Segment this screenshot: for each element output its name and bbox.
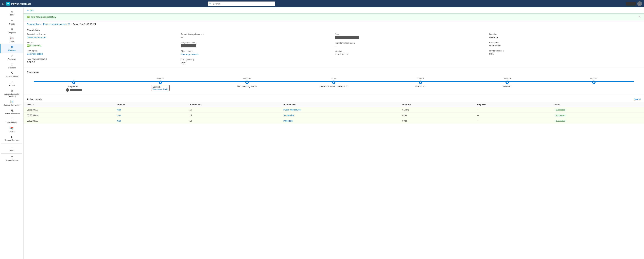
sidebar-item-desktop-flow-activity-label: Desktop flow activity [4,104,20,106]
timeline-label-finalize: Finalize ℹ [503,85,511,88]
flow-inputs-label: Flow inputs [27,50,178,52]
cell-action-name-1[interactable]: Set variable [280,113,399,118]
governance-control-link[interactable]: Governance control [27,36,178,39]
sidebar-item-create[interactable]: ＋ Create [0,17,24,26]
breadcrumb-flow-name[interactable]: Process vendor invoices [43,23,67,25]
timeline-time-execution: 00:00:05 [417,77,424,80]
sidebar-item-custom-connectors[interactable]: 🔌 Custom connectors [0,107,24,116]
sidebar-item-learn-label: Learn [10,40,14,43]
action-details-title: Action details [27,98,42,101]
ram-median-value: 68% [489,53,641,55]
sidebar-item-ai-hub-label: AI hub [9,84,15,86]
sidebar-item-templates-label: Templates [8,32,16,34]
cell-subflow-0[interactable]: main [114,107,186,113]
topbar-rect [626,2,636,5]
action-table-body: 05:55:39 AM main 16 Invoke web service 5… [24,107,644,124]
sidebar-item-desktop-flow-activity[interactable]: 📊 Desktop flow activity [0,99,24,107]
sidebar-item-templates[interactable]: ⊞ Templates [0,26,24,35]
table-row: 05:55:39 AM main 16 Invoke web service 5… [24,107,644,113]
sidebar-item-approvals-label: Approvals [8,58,16,60]
target-machine-label: Target machine ℹ [181,41,332,44]
sidebar-item-power-platform[interactable]: ⬡ Power Platform [0,154,24,163]
cell-action-name-2[interactable]: Parse text [280,118,399,124]
target-machine-group-label: Target machine group [335,42,487,44]
create-icon: ＋ [10,19,13,22]
start-value [335,36,359,39]
sidebar-item-catalog[interactable]: 📚 Catalog [0,125,24,134]
see-output-details-link[interactable]: See output details [181,53,332,56]
sidebar-item-solutions[interactable]: ⬡ Solutions [0,61,24,70]
sidebar-item-process-mining-label: Process mining [6,75,18,77]
sidebar-item-more[interactable]: ··· More [0,144,24,153]
duration-value: 00:00:29 [489,36,641,39]
timeline-dot-end [592,81,596,84]
sidebar-item-automation-center[interactable]: ⚙ Automation center (previe...) [0,88,24,99]
success-banner: ✅ Your flow ran successfully. ✕ [24,13,644,20]
sidebar-item-home-label: Home [10,14,14,16]
run-details-title: Run details [24,27,644,33]
version-label: Version [335,50,487,52]
edit-button[interactable]: ✏ Edit [27,9,34,11]
cell-action-index-0: 16 [186,107,280,113]
timeline-dot-finalize [506,81,509,84]
queued-box: Queued ℹ View queue details [151,85,170,91]
grid-icon[interactable]: ⊞ [2,2,4,5]
table-row: 05:55:39 AM main 15 Set variable 0 ms — … [24,113,644,118]
sidebar-item-more-label: More [10,149,14,151]
timeline-label-queued: Queued ℹ [153,86,168,88]
cell-log-level-1: — [474,113,551,118]
info-icon-3: ℹ [203,33,204,35]
sidebar-item-approvals[interactable]: ✓ Approvals [0,53,24,61]
see-all-link[interactable]: See all [634,98,641,101]
info-icon-2: ℹ [46,58,47,60]
col-action-index: Action index [186,102,280,107]
sidebar-item-process-mining[interactable]: ⛏ Process mining [0,70,24,79]
ram-bytes-median-label: RAM (Bytes median) ℹ [27,58,178,60]
sidebar-item-home[interactable]: ⌂ Home [0,9,24,17]
action-details-header: Action details See all [24,95,644,102]
timeline-node-finalize: 00:00:14 Finalize ℹ [464,77,550,88]
timeline-node-connection: 31 ms Connection to machine session ℹ [290,77,377,88]
more-icon: ··· [11,145,13,149]
cell-action-index-1: 15 [186,113,280,118]
col-action-name: Action name [280,102,399,107]
avatar[interactable]: U [637,1,642,6]
see-input-details-link[interactable]: See input details [27,53,178,55]
breadcrumb: Desktop flows › Process vendor invoices … [24,20,644,27]
timeline-time-connection: 31 ms [331,77,336,80]
status-icon: ✅ [27,44,30,47]
cell-subflow-2[interactable]: main [114,118,186,124]
home-icon: ⌂ [11,10,13,13]
sidebar-item-learn[interactable]: 📖 Learn [0,35,24,44]
cell-action-name-0[interactable]: Invoke web service [280,107,399,113]
cell-subflow-1[interactable]: main [114,113,186,118]
sidebar-item-custom-connectors-label: Custom connectors [4,113,20,115]
status-label: Status [27,41,178,44]
action-table: Start ↓∨ Subflow Action index Action nam… [24,102,644,124]
parent-cloud-flow-run-label: Parent cloud flow run ℹ [27,33,178,35]
search-bar[interactable]: 🔍 [208,1,275,6]
cpu-median-label: CPU (median) ℹ [181,58,332,61]
info-icon-4: ℹ [196,41,196,44]
sidebar-item-solutions-label: Solutions [8,67,16,69]
sidebar-item-power-platform-label: Power Platform [6,159,18,162]
view-queue-details-link[interactable]: View queue details [153,88,168,90]
success-close-button[interactable]: ✕ [638,15,641,18]
solutions-icon: ⬡ [11,63,13,66]
work-queues-icon: ☰ [11,118,13,121]
col-duration: Duration [399,102,474,107]
sidebar-item-work-queues[interactable]: ☰ Work queues [0,116,24,125]
cell-status-0: Succeeded [551,107,644,113]
timeline-time-queued: 00:00:04 [157,77,164,80]
custom-connectors-icon: 🔌 [10,109,14,112]
sidebar-item-ai-hub[interactable]: ✦ AI hub [0,79,24,88]
sidebar-item-desktop-flow-runs[interactable]: ▶ Desktop flow runs [0,134,24,143]
sidebar-item-my-flows[interactable]: ≋ My flows [0,44,24,53]
search-input[interactable] [208,1,275,6]
cpu-median-value: 19% [181,61,332,64]
timeline-label-machine-assignment: Machine assignment ℹ [237,85,257,88]
breadcrumb-desktop-flows[interactable]: Desktop flows [27,23,40,25]
success-icon: ✅ [27,16,30,18]
flow-outputs-label: Flow outputs [181,50,332,52]
timeline-dot-requested [72,81,76,84]
